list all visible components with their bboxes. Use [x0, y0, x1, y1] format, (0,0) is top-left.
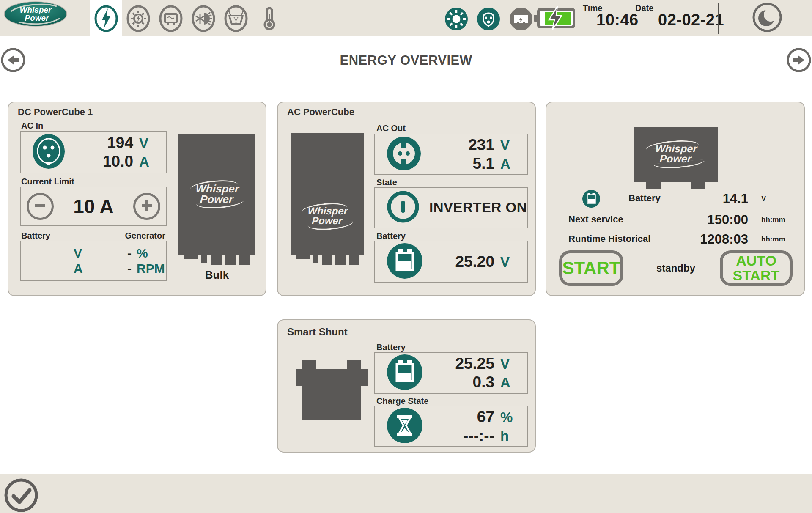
next-service-value: 150:00 — [672, 212, 748, 228]
charge-state-label: Bulk — [178, 269, 255, 282]
generator-rpm: - — [88, 261, 132, 276]
shunt-battery-box: 25.25V 0.3A — [374, 352, 528, 394]
runtime-historical-label: Runtime Historical — [568, 233, 650, 244]
generator-rpm-unit: RPM — [132, 261, 162, 276]
battery-label: Battery — [376, 343, 406, 352]
topbar-separator — [718, 3, 719, 34]
battery-voltage-unit: V — [500, 254, 521, 271]
nav-tab-temperature[interactable] — [256, 4, 283, 33]
charge-state-box: 67% ---:--h — [374, 406, 528, 447]
charge-time-unit: h — [500, 428, 521, 444]
logo-text-line1: Whisper — [20, 5, 52, 14]
date-label: Date — [635, 3, 653, 13]
nav-tab-solar[interactable] — [125, 4, 152, 33]
runtime-historical-value: 1208:03 — [672, 232, 748, 247]
battery-voltage: 25.20 — [455, 252, 494, 271]
solar-status-icon — [444, 7, 468, 33]
nav-tab-powercube[interactable] — [157, 4, 184, 33]
shunt-battery-voltage: 25.25 — [455, 354, 494, 373]
ac-in-voltage: 194 — [107, 134, 133, 152]
next-page-button[interactable] — [787, 48, 811, 72]
climate-icon — [190, 27, 217, 35]
thermometer-icon — [256, 27, 283, 35]
plus-icon — [138, 197, 155, 216]
battery-label: Battery — [376, 231, 406, 241]
confirm-button[interactable] — [3, 477, 39, 513]
check-icon — [3, 507, 39, 513]
ac-in-label: AC In — [21, 121, 43, 131]
ac-out-box: 231V 5.1A — [374, 134, 528, 175]
ac-powercube-panel: AC PowerCube Whisper Power AC Out — [277, 102, 536, 296]
runtime-historical-unit: hh:mm — [761, 235, 785, 244]
ac-powercube-device-image: Whisper Power — [291, 133, 364, 265]
shunt-battery-voltage-unit: V — [500, 356, 521, 373]
dc-powercube-title: DC PowerCube 1 — [18, 107, 93, 118]
battery-icon — [582, 189, 601, 210]
charge-state-label: Charge State — [376, 396, 428, 406]
charge-percent: 67 — [477, 408, 494, 426]
ac-in-current-unit: A — [139, 154, 160, 170]
solar-icon — [125, 27, 152, 35]
moon-icon — [752, 27, 783, 34]
ac-out-current-unit: A — [500, 156, 521, 173]
auto-start-button[interactable]: AUTO START — [720, 250, 793, 286]
battery-charging-status-icon — [534, 6, 576, 32]
shunt-battery-current-unit: A — [500, 375, 521, 391]
ac-in-box: 194V 10.0A — [20, 131, 167, 173]
current-limit-increase-button[interactable] — [133, 193, 160, 220]
state-box: INVERTER ON — [374, 187, 528, 228]
windshield-icon — [222, 27, 250, 35]
smart-shunt-title: Smart Shunt — [287, 326, 348, 338]
energy-overview-screen: Whisper Power — [0, 0, 812, 513]
shore-power-status-icon — [477, 7, 500, 33]
lightning-icon — [93, 27, 120, 35]
generator-battery-value: 14.1 — [672, 191, 748, 206]
ac-out-label: AC Out — [376, 123, 406, 133]
engine-state-text: standby — [629, 262, 722, 274]
time-value: 10:46 — [596, 11, 639, 29]
generator-load-unit: % — [132, 246, 162, 261]
powercube-icon — [157, 27, 184, 35]
generator-battery-unit: V — [761, 195, 766, 203]
power-state-icon — [386, 190, 420, 225]
battery-voltage-unit: V — [69, 246, 88, 261]
night-mode-button[interactable] — [752, 2, 783, 33]
ac-out-current: 5.1 — [473, 154, 494, 173]
whisperpower-logo-icon: Whisper Power — [3, 1, 68, 27]
battery-generator-box: V - % A - RPM — [20, 241, 167, 281]
ac-out-voltage: 231 — [468, 136, 494, 154]
start-button[interactable]: START — [559, 250, 623, 286]
charge-time: ---:-- — [463, 426, 494, 445]
page-title: ENERGY OVERVIEW — [0, 53, 812, 68]
generator-panel: Whisper Power Battery 14.1 V Next servic… — [546, 102, 805, 296]
charge-percent-unit: % — [500, 409, 521, 426]
next-service-label: Next service — [568, 214, 623, 225]
dc-powercube-device-image: Whisper Power — [178, 134, 255, 265]
ac-in-voltage-unit: V — [139, 135, 160, 152]
smart-shunt-panel: Smart Shunt Battery 25.25V 0.3A Charge S… — [277, 319, 536, 453]
logo-text-line2: Power — [25, 14, 49, 22]
charger-status-icon — [509, 7, 533, 33]
generator-battery-label: Battery — [628, 193, 661, 204]
date-value: 02-02-21 — [658, 11, 724, 29]
dc-powercube-panel: DC PowerCube 1 AC In 194V 10.0A Current … — [8, 102, 266, 296]
ac-powercube-title: AC PowerCube — [287, 107, 354, 118]
current-limit-label: Current Limit — [21, 177, 74, 187]
arrow-right-icon — [787, 66, 811, 74]
top-bar: Whisper Power — [0, 0, 812, 36]
battery-current-unit: A — [69, 261, 88, 276]
whisperpower-logo: Whisper Power — [3, 1, 68, 27]
nav-tab-climate[interactable] — [190, 4, 217, 33]
shunt-battery-current: 0.3 — [473, 373, 494, 392]
next-service-unit: hh:mm — [761, 216, 785, 224]
nav-tab-energy[interactable] — [93, 4, 120, 33]
generator-label: Generator — [20, 231, 165, 241]
battery-image — [296, 360, 368, 420]
inverter-state-value: INVERTER ON — [429, 188, 527, 228]
bottom-bar — [0, 474, 812, 513]
nav-tab-windshield[interactable] — [222, 4, 250, 33]
ac-out-voltage-unit: V — [500, 137, 521, 154]
ac-in-current: 10.0 — [103, 152, 133, 171]
generator-load: - — [88, 246, 132, 261]
state-label: State — [376, 178, 397, 187]
